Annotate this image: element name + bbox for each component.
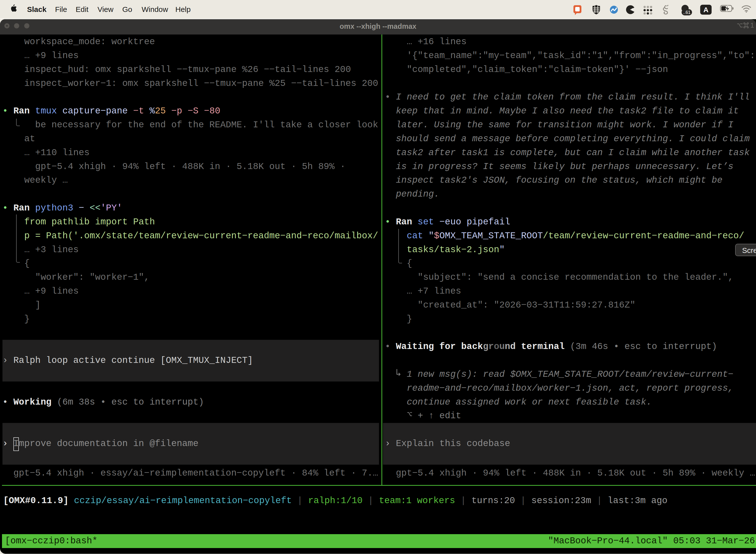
svg-text:A: A	[703, 6, 708, 14]
svg-text:..61: ..61	[683, 10, 691, 15]
